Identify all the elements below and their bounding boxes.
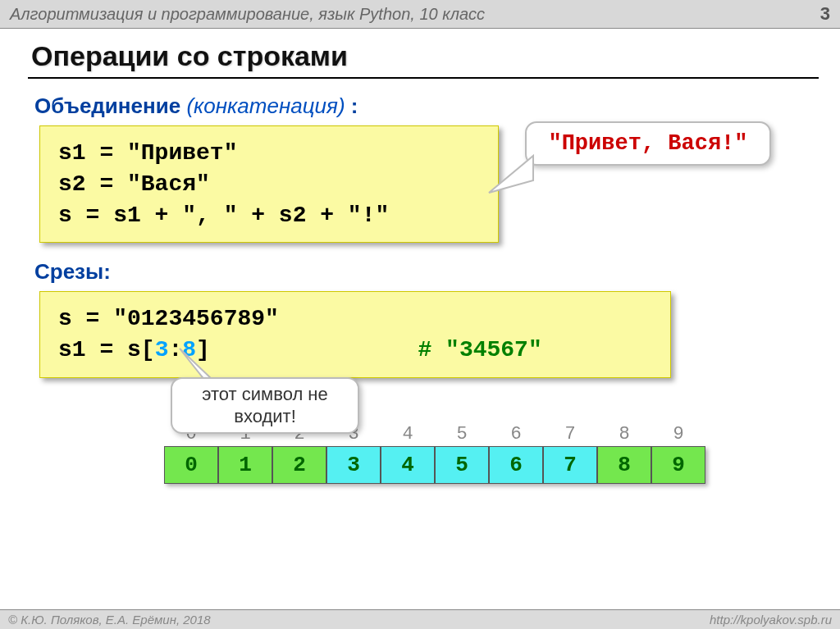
page-number: 3	[820, 3, 830, 25]
idx-label: 4	[381, 424, 435, 444]
cell: 9	[651, 446, 705, 484]
title-underline	[28, 77, 819, 79]
code-line: s2 = "Вася"	[58, 169, 480, 200]
section2-title: Срезы:	[0, 256, 840, 291]
code-block-concat: s1 = "Привет" s2 = "Вася" s = s1 + ", " …	[39, 125, 499, 243]
cell: 4	[381, 446, 435, 484]
code-line: s1 = "Привет"	[58, 138, 480, 169]
callout-tail-icon	[484, 148, 541, 197]
idx-label: 5	[435, 424, 489, 444]
idx-label: 7	[543, 424, 597, 444]
code-block-slice: s = "0123456789" s1 = s[3:8] # "34567"	[39, 291, 671, 378]
cell: 5	[435, 446, 489, 484]
section1-after: :	[351, 93, 358, 118]
idx-label: 8	[597, 424, 651, 444]
section1-label: Объединение	[34, 93, 180, 118]
idx-label: 6	[489, 424, 543, 444]
cell-row: 0 1 2 3 4 5 6 7 8 9	[164, 446, 705, 484]
footer-left: © К.Ю. Поляков, Е.А. Ерёмин, 2018	[8, 613, 211, 627]
code-comment: # "34567"	[418, 337, 542, 362]
svg-marker-1	[180, 349, 213, 381]
code-line: s = "0123456789"	[58, 303, 652, 335]
section1-title: Объединение (конкатенация) :	[0, 90, 840, 125]
header-left: Алгоритмизация и программирование, язык …	[10, 5, 485, 24]
page-title: Операции со строками	[0, 29, 840, 77]
header-bar: Алгоритмизация и программирование, язык …	[0, 0, 840, 29]
idx-label: 9	[651, 424, 705, 444]
code-line: s1 = s[3:8] # "34567"	[58, 335, 652, 366]
result-callout: "Привет, Вася!"	[525, 121, 771, 166]
footer: © К.Ю. Поляков, Е.А. Ерёмин, 2018 http:/…	[0, 609, 840, 629]
cell: 1	[218, 446, 272, 484]
code-line: s = s1 + ", " + s2 + "!"	[58, 200, 480, 231]
slice-annotation: этот символ не входит!	[171, 377, 359, 434]
cell: 8	[597, 446, 651, 484]
cell: 0	[164, 446, 218, 484]
footer-right: http://kpolyakov.spb.ru	[710, 613, 832, 627]
cell: 2	[272, 446, 326, 484]
section1-em: (конкатенация)	[186, 93, 345, 118]
cell: 3	[326, 446, 381, 484]
cell: 7	[543, 446, 597, 484]
cell: 6	[489, 446, 543, 484]
svg-marker-0	[489, 156, 533, 193]
